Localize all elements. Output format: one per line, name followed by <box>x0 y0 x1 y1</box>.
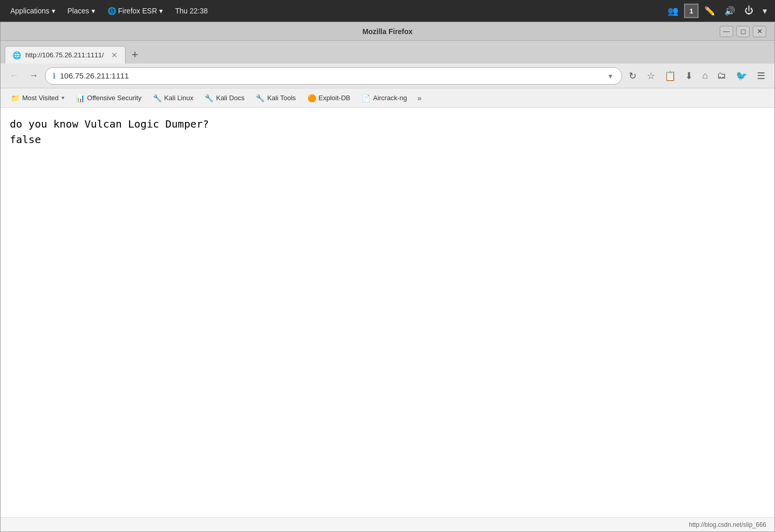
browser-window: Mozilla Firefox — ◻ ✕ 🌐 http://106.75.26… <box>0 22 775 532</box>
kali-linux-icon: 🔧 <box>153 94 162 102</box>
tab-url-label: http://106.75.26.211:1111/ <box>25 51 104 59</box>
hamburger-menu-icon[interactable]: ☰ <box>753 68 769 84</box>
address-bar[interactable]: ℹ ▾ <box>45 67 622 85</box>
reload-button[interactable]: ↻ <box>625 68 640 84</box>
aircrack-ng-icon: 📄 <box>362 94 370 102</box>
window-controls: — ◻ ✕ <box>720 26 766 37</box>
taskbar-right: 👥 1 ✏️ 🔊 ⏻ ▾ <box>664 4 771 18</box>
bookmark-most-visited[interactable]: 📁 Most Visited ▾ <box>6 92 70 104</box>
firefox-label: Firefox ESR <box>118 7 157 15</box>
places-arrow-icon: ▾ <box>91 7 95 15</box>
bookmark-offensive-security[interactable]: 📊 Offensive Security <box>71 92 147 104</box>
bookmark-exploit-db[interactable]: 🟠 Exploit-DB <box>302 92 355 104</box>
volume-icon[interactable]: 🔊 <box>721 4 739 18</box>
back-button[interactable]: ← <box>6 68 22 83</box>
browser-title: Mozilla Firefox <box>362 27 412 36</box>
maximize-button[interactable]: ◻ <box>736 26 750 37</box>
forward-button[interactable]: → <box>25 68 42 83</box>
browser-tab-active[interactable]: 🌐 http://106.75.26.211:1111/ ✕ <box>5 46 126 64</box>
bookmark-kali-docs[interactable]: 🔧 Kali Docs <box>199 92 250 104</box>
power-icon[interactable]: ⏻ <box>741 4 757 18</box>
address-dropdown-icon[interactable]: ▾ <box>607 72 614 80</box>
places-label: Places <box>68 7 89 15</box>
bookmarks-more-button[interactable]: » <box>413 91 426 104</box>
browser-navbar: ← → ℹ ▾ ↻ ☆ 📋 ⬇ ⌂ 🗂 🐦 ☰ <box>1 64 774 88</box>
browser-tabs: 🌐 http://106.75.26.211:1111/ ✕ + <box>1 41 774 64</box>
taskbar-places[interactable]: Places ▾ <box>61 5 101 17</box>
minimize-button[interactable]: — <box>720 26 733 37</box>
os-taskbar: Applications ▾ Places ▾ 🌐 Firefox ESR ▾ … <box>0 0 775 22</box>
users-icon[interactable]: 👥 <box>664 4 682 18</box>
settings-dropdown-icon[interactable]: ▾ <box>759 4 771 18</box>
browser-titlebar: Mozilla Firefox — ◻ ✕ <box>1 22 774 41</box>
bookmarks-list-icon[interactable]: 📋 <box>661 68 679 84</box>
most-visited-icon: 📁 <box>11 94 20 102</box>
bookmark-kali-linux[interactable]: 🔧 Kali Linux <box>148 92 198 104</box>
nav-icons-right: ☆ 📋 ⬇ ⌂ 🗂 🐦 ☰ <box>643 68 769 84</box>
bookmark-kali-tools[interactable]: 🔧 Kali Tools <box>251 92 301 104</box>
kali-docs-label: Kali Docs <box>216 94 244 102</box>
kali-linux-label: Kali Linux <box>164 94 193 102</box>
applications-arrow-icon: ▾ <box>52 7 55 15</box>
info-icon: ℹ <box>53 71 56 81</box>
taskbar-firefox[interactable]: 🌐 Firefox ESR ▾ <box>101 5 169 17</box>
download-icon[interactable]: ⬇ <box>681 68 696 84</box>
address-input[interactable] <box>60 71 602 80</box>
offensive-security-icon: 📊 <box>76 94 85 102</box>
applications-label: Applications <box>10 7 50 15</box>
workspace-badge[interactable]: 1 <box>684 4 699 18</box>
new-tab-button[interactable]: + <box>127 48 144 61</box>
pocket-icon[interactable]: 🗂 <box>714 68 730 84</box>
status-bar: http://blog.csdn.net/slip_666 <box>1 517 774 531</box>
extension-icon[interactable]: 🐦 <box>732 68 751 84</box>
page-line2: false <box>10 132 765 147</box>
home-icon[interactable]: ⌂ <box>699 68 711 84</box>
offensive-security-label: Offensive Security <box>87 94 142 102</box>
aircrack-ng-label: Aircrack-ng <box>373 94 407 102</box>
bookmark-star-icon[interactable]: ☆ <box>643 68 659 84</box>
page-content: do you know Vulcan Logic Dumper? false <box>1 108 774 517</box>
tab-favicon-icon: 🌐 <box>12 51 21 59</box>
kali-docs-icon: 🔧 <box>205 94 213 102</box>
firefox-arrow-icon: ▾ <box>159 7 163 15</box>
most-visited-chevron-icon: ▾ <box>61 95 65 101</box>
most-visited-label: Most Visited <box>22 94 59 102</box>
status-url: http://blog.csdn.net/slip_666 <box>689 521 766 528</box>
firefox-icon: 🌐 <box>107 7 116 15</box>
page-line1: do you know Vulcan Logic Dumper? <box>10 116 765 132</box>
taskbar-applications[interactable]: Applications ▾ <box>4 5 61 17</box>
color-picker-icon[interactable]: ✏️ <box>701 4 719 18</box>
close-button[interactable]: ✕ <box>753 26 766 37</box>
tab-close-button[interactable]: ✕ <box>111 51 118 60</box>
bookmarks-bar: 📁 Most Visited ▾ 📊 Offensive Security 🔧 … <box>1 88 774 108</box>
kali-tools-icon: 🔧 <box>256 94 265 102</box>
exploit-db-icon: 🟠 <box>307 94 316 102</box>
kali-tools-label: Kali Tools <box>267 94 296 102</box>
bookmark-aircrack-ng[interactable]: 📄 Aircrack-ng <box>357 92 412 104</box>
exploit-db-label: Exploit-DB <box>319 94 350 102</box>
taskbar-clock: Thu 22:38 <box>169 5 214 17</box>
